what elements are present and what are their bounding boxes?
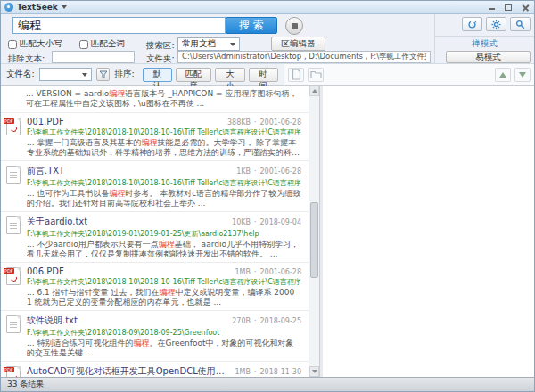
- zen-mode-link[interactable]: 禅模式: [435, 38, 534, 50]
- zone-selected-value: 常用文档: [182, 38, 216, 50]
- preview-toolbar: [284, 64, 534, 85]
- result-title[interactable]: 006.PDF: [27, 266, 64, 276]
- sort-button-0[interactable]: 默认: [143, 68, 172, 82]
- scroll-down-button[interactable]: [309, 366, 319, 377]
- app-menu-caret-icon[interactable]: [62, 5, 67, 9]
- next-match-button[interactable]: [514, 68, 531, 82]
- result-path: F:\李帆工作文件夹\2018\2018-10\2018-10-16\Tiff …: [27, 277, 301, 287]
- txt-file-icon: [6, 216, 21, 234]
- match-whole-label: 匹配全词: [91, 38, 125, 50]
- window-controls: [486, 3, 531, 12]
- sort-button-1[interactable]: 匹配度: [176, 68, 211, 82]
- search-input[interactable]: [12, 17, 226, 34]
- result-title[interactable]: 001.PDF: [27, 117, 64, 127]
- scroll-up-button[interactable]: [309, 86, 319, 96]
- settings-button[interactable]: [486, 17, 506, 31]
- open-folder-button[interactable]: [308, 68, 324, 82]
- refresh-button[interactable]: [462, 17, 482, 31]
- preview-pane: [323, 86, 534, 377]
- result-title[interactable]: AutoCAD可视化对话框开发工具OpenDCL使用简介_兰度.pdf: [27, 365, 227, 377]
- result-size-date: 388KB · 2001-06-28: [220, 118, 301, 127]
- maximize-icon: [505, 4, 512, 11]
- search-panel: 搜索 匹配大小写 匹配全词 搜索区: 常用文档 区编辑器 排除文本: 文件夹:: [1, 14, 534, 64]
- result-title[interactable]: 前言.TXT: [27, 165, 64, 177]
- filter-button[interactable]: [96, 68, 110, 81]
- match-case-option[interactable]: 匹配大小写: [8, 38, 62, 50]
- main-area: ... VERSION = aardio编程语言版本号 _HAPPICON = …: [1, 86, 534, 377]
- magnifier-icon: [515, 20, 525, 29]
- match-whole-checkbox[interactable]: [79, 40, 88, 49]
- exclude-label: 排除文本:: [8, 53, 45, 65]
- sort-toolbar: 文件名: 排序: 默认匹配度大小时间: [1, 64, 534, 86]
- status-bar: 33 条结果: [1, 377, 534, 391]
- textseek-window: TextSeek 搜索 匹配大小写 匹配全词 搜索区: 常用文档 区编辑器 排除…: [0, 0, 535, 392]
- pdf-file-icon: PDF: [6, 118, 21, 135]
- result-path: F:\李帆工作文件夹\2018\2019-01\2019-01-25\更新\aa…: [27, 229, 301, 239]
- folder-icon: [310, 69, 322, 79]
- stop-button[interactable]: [285, 17, 303, 35]
- sort-button-2[interactable]: 大小: [215, 68, 244, 82]
- result-row[interactable]: PDF 006.PDF 1MB · 2001-06-28 F:\李帆工作文件夹\…: [1, 263, 309, 311]
- exclude-input[interactable]: [52, 51, 135, 63]
- close-button[interactable]: [520, 3, 531, 12]
- match-whole-option[interactable]: 匹配全词: [79, 38, 125, 50]
- search-button[interactable]: 搜索: [226, 17, 277, 34]
- preview-document-button[interactable]: [288, 68, 304, 82]
- result-row[interactable]: 前言.TXT 1KB · 2001-06-28 F:\李帆工作文件夹\2018\…: [1, 161, 309, 212]
- result-row[interactable]: 关于aardio.txt 10KB · 2018-09-04 F:\李帆工作文件…: [1, 212, 309, 263]
- result-count: 33 条结果: [7, 379, 44, 390]
- zone-dropdown[interactable]: 常用文档: [177, 37, 240, 51]
- scrollbar-thumb[interactable]: [310, 202, 318, 278]
- pdf-file-icon: PDF: [6, 267, 21, 285]
- result-path: F:\李帆工作文件夹\2018\2018-10\2018-10-16\Tiff …: [27, 127, 301, 137]
- sort-button-3[interactable]: 时间: [249, 68, 278, 82]
- result-path: F:\李帆工作文件夹\2018\2018-09\2018-09-25\Green…: [27, 328, 301, 338]
- chevron-down-icon: [230, 43, 235, 46]
- document-icon: [292, 69, 301, 80]
- match-case-checkbox[interactable]: [8, 40, 17, 49]
- result-snippet: ... 6.1 指针与指针变量 过去，我们在编程中定义或说明变量，编译系 200…: [27, 288, 301, 307]
- result-title[interactable]: 软件说明.txt: [27, 314, 78, 327]
- result-size-date: 270B · 2018-09-25: [225, 317, 301, 325]
- result-size-date: 1MB · 2001-06-28: [227, 268, 301, 276]
- partial-result-snippet[interactable]: ... VERSION = aardio编程语言版本号 _HAPPICON = …: [1, 86, 309, 113]
- result-row[interactable]: PDF AutoCAD可视化对话框开发工具OpenDCL使用简介_兰度.pdf …: [1, 362, 309, 377]
- zone-editor-button[interactable]: 区编辑器: [271, 37, 325, 51]
- folder-label: 文件夹:: [146, 53, 175, 65]
- results-scrollbar[interactable]: [309, 86, 319, 377]
- folder-input[interactable]: [177, 51, 431, 63]
- minimize-button[interactable]: [486, 3, 497, 12]
- result-size-date: 1KB · 2001-06-28: [229, 167, 301, 176]
- mode-panel: 禅模式 易模式: [434, 14, 534, 64]
- maximize-button[interactable]: [503, 3, 514, 12]
- easy-mode-button[interactable]: 易模式: [446, 51, 531, 63]
- sort-label: 排序:: [114, 69, 134, 80]
- divider: [435, 36, 534, 37]
- gear-icon: [491, 20, 501, 29]
- result-row[interactable]: 软件说明.txt 270B · 2018-09-25 F:\李帆工作文件夹\20…: [1, 311, 309, 362]
- txt-file-icon: [6, 166, 21, 184]
- result-snippet: ... 掌握一门高级语言及其基本的编程技能是必需的。大学学习， 除了掌握本专业系…: [27, 138, 301, 158]
- refresh-icon: [467, 20, 477, 29]
- arrow-up-icon: [499, 72, 506, 78]
- result-row[interactable]: PDF 001.PDF 388KB · 2001-06-28 F:\李帆工作文件…: [1, 113, 309, 161]
- zone-label: 搜索区:: [146, 40, 175, 52]
- app-title: TextSeek: [17, 3, 58, 12]
- result-title[interactable]: 关于aardio.txt: [27, 216, 87, 228]
- arrow-down-icon: [519, 72, 526, 78]
- result-size-date: 10KB · 2018-09-04: [225, 218, 301, 226]
- results-list: ... VERSION = aardio编程语言版本号 _HAPPICON = …: [1, 86, 309, 377]
- result-size-date: 1MB · 2018-11-30: [227, 368, 301, 376]
- result-path: F:\李帆工作文件夹\2018\2018-10\2018-10-16\Tiff …: [27, 178, 301, 188]
- titlebar: TextSeek: [1, 1, 534, 14]
- filename-label: 文件名:: [6, 69, 35, 80]
- result-snippet: ... 特别适合练习可视化组件的编程。在Greenfoot中，对象的可视化和对象…: [27, 339, 301, 358]
- txt-file-icon: [6, 315, 21, 333]
- advanced-search-button[interactable]: [510, 17, 531, 31]
- minimize-icon: [489, 8, 495, 10]
- filename-dropdown[interactable]: [39, 68, 92, 81]
- sort-buttons-group: 默认匹配度大小时间: [139, 68, 278, 82]
- chevron-down-icon: [82, 73, 87, 77]
- prev-match-button[interactable]: [495, 68, 511, 82]
- stop-icon: [292, 23, 298, 29]
